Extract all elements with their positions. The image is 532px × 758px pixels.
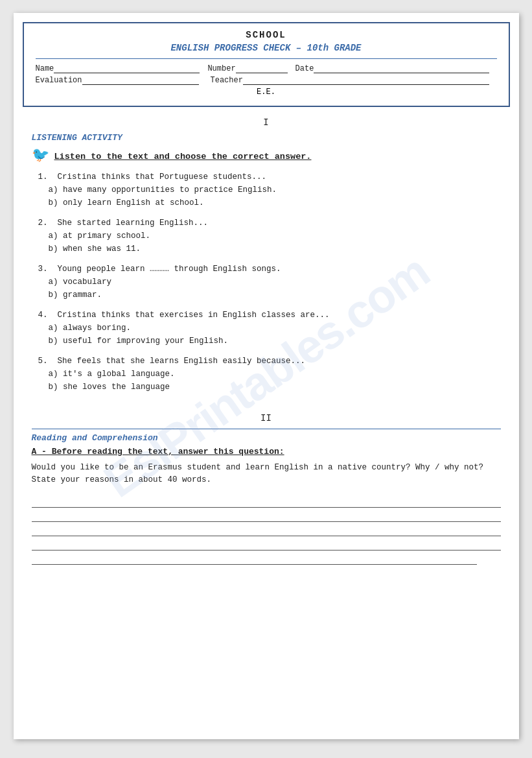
q1-option-b: b) only learn English at school.: [49, 196, 501, 209]
q3-option-b: b) grammar.: [49, 289, 501, 302]
number-label: Number: [207, 64, 235, 73]
q4-number: 4.: [38, 311, 48, 320]
bird-icon: 🐦: [32, 149, 49, 163]
q1-number: 1.: [38, 172, 48, 182]
q2-text: 2. She started learning English...: [38, 219, 501, 228]
date-label: Date: [295, 64, 314, 73]
section2-divider: [32, 429, 501, 429]
question-4: 4. Cristina thinks that exercises in Eng…: [38, 311, 501, 348]
q2-option-b: b) when she was 11.: [49, 243, 501, 255]
date-line: [314, 64, 489, 73]
q5-text: 5. She feels that she learns English eas…: [38, 357, 501, 366]
write-line-3: [32, 525, 501, 536]
reading-question: Would you like to be an Erasmus student …: [32, 462, 501, 487]
subsection-a-label: A - Before reading the text, answer this…: [32, 447, 501, 456]
q3-body: Young people learn ………… through English …: [58, 265, 281, 274]
q1-body: Cristina thinks that Portuguese students…: [58, 172, 267, 182]
page: EslPrintables.com SCHOOL ENGLISH PROGRES…: [14, 13, 519, 739]
q3-text: 3. Young people learn ………… through Engli…: [38, 265, 501, 274]
teacher-label: Teacher: [211, 76, 243, 85]
write-line-1: [32, 496, 501, 508]
q1-text: 1. Cristina thinks that Portuguese stude…: [38, 172, 501, 182]
form-row-1: Name Number Date: [36, 64, 497, 73]
q2-number: 2.: [38, 219, 48, 228]
evaluation-line: [82, 76, 199, 85]
write-lines: [32, 496, 501, 565]
progress-title: ENGLISH PROGRESS CHECK – 10th GRADE: [36, 43, 497, 53]
q1-option-a: a) have many opportunities to practice E…: [49, 184, 501, 196]
section-2-label: Reading and Comprehension: [32, 433, 501, 443]
header-box: SCHOOL ENGLISH PROGRESS CHECK – 10th GRA…: [23, 22, 510, 107]
question-5: 5. She feels that she learns English eas…: [38, 357, 501, 394]
name-line: [54, 64, 200, 73]
number-line: [236, 64, 288, 73]
main-content: I LISTENING ACTIVITY 🐦 Listen to the tex…: [25, 117, 507, 565]
q4-option-a: a) always boring.: [49, 322, 501, 335]
q3-number: 3.: [38, 265, 48, 274]
q5-option-a: a) it's a global language.: [49, 368, 501, 381]
form-row-2: Evaluation Teacher: [36, 76, 497, 85]
q5-option-b: b) she loves the language: [49, 381, 501, 394]
section-1-label: LISTENING ACTIVITY: [32, 133, 501, 143]
q4-text: 4. Cristina thinks that exercises in Eng…: [38, 311, 501, 320]
questions-list: 1. Cristina thinks that Portuguese stude…: [38, 172, 501, 394]
q5-body: She feels that she learns English easily…: [58, 357, 306, 366]
question-3: 3. Young people learn ………… through Engli…: [38, 265, 501, 302]
ee-label: E.E.: [36, 88, 497, 97]
question-2: 2. She started learning English... a) at…: [38, 219, 501, 255]
instruction-text: Listen to the text and choose the correc…: [54, 152, 312, 161]
header-divider: [36, 58, 497, 59]
question-1: 1. Cristina thinks that Portuguese stude…: [38, 172, 501, 209]
q5-number: 5.: [38, 357, 48, 366]
q2-body: She started learning English...: [58, 219, 209, 228]
write-line-2: [32, 510, 501, 522]
name-label: Name: [36, 64, 54, 73]
section-2-number: II: [32, 413, 501, 423]
q4-body: Cristina thinks that exercises in Englis…: [58, 311, 330, 320]
instruction-row: 🐦 Listen to the text and choose the corr…: [32, 149, 501, 163]
school-title: SCHOOL: [36, 30, 497, 40]
section-1-number: I: [32, 117, 501, 128]
write-line-5: [32, 553, 478, 565]
evaluation-label: Evaluation: [36, 76, 82, 85]
q2-option-a: a) at primary school.: [49, 230, 501, 243]
write-line-4: [32, 539, 501, 551]
teacher-line: [243, 76, 489, 85]
q3-option-a: a) vocabulary: [49, 276, 501, 289]
q4-option-b: b) useful for improving your English.: [49, 335, 501, 348]
